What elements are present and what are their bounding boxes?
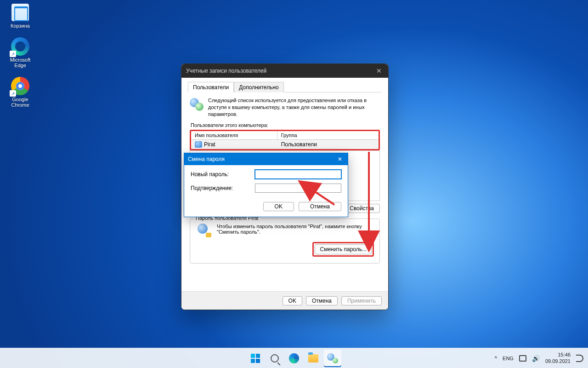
user-list-label: Пользователи этого компьютера: xyxy=(181,120,388,130)
col-group[interactable]: Группа xyxy=(277,131,379,140)
language-indicator[interactable]: ENG xyxy=(503,356,514,361)
dialog-footer: OK Отмена Применить xyxy=(181,291,388,310)
shortcut-arrow-icon: ↗ xyxy=(10,51,16,57)
users-app-icon xyxy=(327,353,338,363)
user-name: Pirat xyxy=(204,141,215,148)
modal-ok-button[interactable]: OK xyxy=(263,202,294,211)
user-list-header: Имя пользователя Группа xyxy=(191,131,379,140)
taskbar-center xyxy=(247,350,341,367)
taskbar-right: ^ ENG 🔊 15:46 09.09.2021 xyxy=(494,352,588,364)
edge-icon xyxy=(289,353,299,363)
edge-shortcut[interactable]: ↗ Microsoft Edge xyxy=(4,37,37,68)
file-explorer-icon xyxy=(308,354,318,362)
chrome-label: Google Chrome xyxy=(4,97,37,108)
network-icon[interactable] xyxy=(519,355,526,362)
clock-date: 09.09.2021 xyxy=(545,358,571,364)
recycle-bin[interactable]: Корзина xyxy=(4,3,37,29)
dialog-cancel-button[interactable]: Отмена xyxy=(306,296,338,305)
taskbar-user-accounts[interactable] xyxy=(324,350,341,367)
tab-row: Пользователи Дополнительно xyxy=(188,81,382,92)
clock-time: 15:46 xyxy=(545,352,571,358)
user-list-highlight: Имя пользователя Группа Pirat Пользовате… xyxy=(190,130,380,150)
taskbar-edge[interactable] xyxy=(285,350,303,367)
shortcut-arrow-icon: ↗ xyxy=(10,90,16,97)
recycle-bin-label: Корзина xyxy=(11,23,30,29)
taskbar-explorer[interactable] xyxy=(305,350,322,367)
search-button[interactable] xyxy=(266,350,283,367)
start-button[interactable] xyxy=(247,350,264,367)
new-password-input[interactable] xyxy=(255,170,341,179)
confirm-password-label: Подтверждение: xyxy=(191,185,255,191)
recycle-bin-icon xyxy=(11,4,29,21)
chrome-shortcut[interactable]: ↗ Google Chrome xyxy=(4,76,37,108)
dialog-ok-button[interactable]: OK xyxy=(283,296,302,305)
dialog-titlebar[interactable]: Учетные записи пользователей ✕ xyxy=(181,64,388,78)
notifications-icon[interactable] xyxy=(576,355,583,362)
tab-users[interactable]: Пользователи xyxy=(188,82,234,92)
search-icon xyxy=(271,354,279,362)
windows-logo-icon xyxy=(251,354,260,363)
password-group: Пароль пользователя Pirat Чтобы изменить… xyxy=(190,218,380,264)
user-row[interactable]: Pirat Пользователи xyxy=(191,140,379,149)
change-password-modal: Смена пароля ✕ Новый пароль: Подтвержден… xyxy=(184,153,348,217)
desktop: Корзина ↗ Microsoft Edge ↗ Google Chrome… xyxy=(0,0,588,368)
dialog-description: Следующий список используется для предос… xyxy=(208,97,380,118)
modal-cancel-button[interactable]: Отмена xyxy=(299,202,341,211)
volume-icon[interactable]: 🔊 xyxy=(532,355,540,362)
user-key-icon xyxy=(196,224,211,237)
new-password-label: Новый пароль: xyxy=(191,171,255,178)
tray-overflow-button[interactable]: ^ xyxy=(494,355,497,362)
dialog-title: Учетные записи пользователей xyxy=(186,68,370,74)
dialog-apply-button[interactable]: Применить xyxy=(341,296,382,305)
change-password-button[interactable]: Сменить пароль... xyxy=(315,244,372,254)
taskbar: ^ ENG 🔊 15:46 09.09.2021 xyxy=(0,348,588,368)
properties-button-visible[interactable]: Свойства xyxy=(344,204,380,213)
modal-title: Смена пароля xyxy=(188,156,332,162)
change-password-highlight: Сменить пароль... xyxy=(312,242,374,257)
edge-label: Microsoft Edge xyxy=(4,57,37,68)
modal-close-button[interactable]: ✕ xyxy=(332,153,348,165)
desktop-icons: Корзина ↗ Microsoft Edge ↗ Google Chrome xyxy=(4,3,37,108)
col-username[interactable]: Имя пользователя xyxy=(191,131,277,140)
modal-titlebar[interactable]: Смена пароля ✕ xyxy=(184,153,348,165)
password-group-text: Чтобы изменить пароль пользователя "Pira… xyxy=(217,224,374,237)
clock[interactable]: 15:46 09.09.2021 xyxy=(545,352,571,364)
users-icon xyxy=(190,97,204,111)
dialog-close-button[interactable]: ✕ xyxy=(370,64,388,78)
tab-advanced[interactable]: Дополнительно xyxy=(234,82,283,92)
user-group: Пользователи xyxy=(277,140,379,149)
confirm-password-input[interactable] xyxy=(255,184,341,193)
user-icon xyxy=(195,141,202,148)
